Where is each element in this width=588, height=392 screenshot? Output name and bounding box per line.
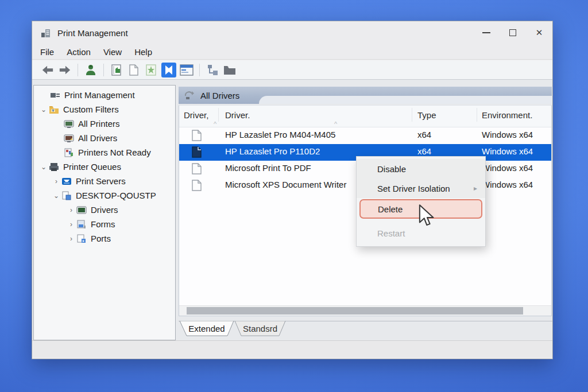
context-menu-item-disable[interactable]: Disable [357, 159, 485, 178]
chevron-down-icon[interactable]: ⌄ [38, 106, 49, 114]
help-document-icon[interactable] [144, 63, 158, 77]
menu-action[interactable]: Action [67, 47, 91, 57]
show-properties-document-icon[interactable] [110, 63, 123, 77]
show-console-tree-icon[interactable] [161, 63, 176, 77]
column-divider[interactable] [218, 108, 219, 122]
console-tree-panel: Print Management ⌄ Custom Filters All Pr… [33, 85, 176, 340]
chevron-right-icon[interactable]: › [66, 235, 76, 243]
chevron-down-icon[interactable]: ⌄ [38, 163, 49, 171]
pane-tab-curve [259, 96, 552, 104]
tree-item-print-servers[interactable]: › Print Servers [34, 174, 175, 188]
view-tabs: Extended Standsrd [179, 321, 552, 337]
driver-file-icon [192, 146, 202, 158]
context-menu: Disable Set Driver Isolation ▸ Delete Re… [356, 156, 486, 247]
console-root-icon [50, 91, 60, 100]
tree-item-custom-filters[interactable]: ⌄ Custom Filters [34, 102, 175, 117]
all-printers-icon [64, 119, 74, 129]
menu-file[interactable]: File [40, 47, 54, 57]
toolbar-separator [199, 64, 200, 76]
column-header-driver-name[interactable]: Driver. [225, 110, 250, 120]
desktop: Print Management ✕ File Action View Help [0, 0, 588, 392]
print-servers-icon [61, 177, 72, 186]
tree-item-all-drivers[interactable]: All Drivers [34, 131, 175, 145]
export-tree-icon[interactable] [206, 63, 219, 77]
horizontal-scrollbar[interactable] [179, 305, 551, 316]
maximize-button[interactable] [500, 21, 526, 44]
tab-extended-label[interactable]: Extended [188, 324, 225, 333]
tree-item-all-printers[interactable]: All Printers [34, 117, 175, 131]
list-header: Driver, Driver. Type Environment. ^ ^ [179, 106, 551, 127]
menu-bar: File Action View Help [32, 44, 552, 60]
export-list-user-icon[interactable] [84, 63, 98, 77]
tree-item-ports[interactable]: › Ports [34, 231, 175, 246]
sort-caret: ^ [334, 121, 337, 127]
tree-item-drivers[interactable]: › Drivers [34, 203, 175, 217]
customize-panes-icon[interactable] [180, 63, 194, 77]
status-bar [32, 340, 552, 358]
forward-arrow-icon[interactable] [58, 63, 72, 77]
column-divider[interactable] [477, 108, 477, 122]
custom-filters-folder-icon [49, 105, 59, 114]
toolbar-separator [78, 64, 78, 76]
column-header-environment[interactable]: Environment. [482, 110, 532, 120]
tab-standsrd-label[interactable]: Standsrd [243, 324, 277, 333]
minimize-button[interactable] [473, 21, 500, 44]
ports-node-icon [76, 234, 87, 243]
horizontal-scrollbar-thumb[interactable] [187, 307, 523, 315]
chevron-right-icon[interactable]: › [66, 220, 76, 228]
tree-item-printer-queues[interactable]: ⌄ Printer Queues [34, 160, 175, 174]
toolbar [32, 60, 552, 80]
app-printer-icon [40, 27, 52, 38]
menu-view[interactable]: View [103, 47, 122, 57]
submenu-arrow-icon: ▸ [474, 184, 477, 192]
computer-icon [61, 191, 72, 200]
printers-not-ready-icon [64, 148, 74, 157]
drivers-node-icon [76, 205, 87, 215]
close-button[interactable]: ✕ [526, 21, 552, 44]
results-header-bar: All Drivers [179, 87, 552, 104]
driver-file-icon [192, 180, 202, 191]
tree-item-forms[interactable]: › Forms [34, 217, 175, 231]
tree-item-print-management[interactable]: Print Management [34, 88, 175, 102]
new-document-icon[interactable] [127, 63, 141, 77]
results-header-title: All Drivers [200, 91, 239, 100]
menu-help[interactable]: Help [134, 47, 152, 57]
window-title: Print Management [57, 28, 128, 38]
driver-file-icon [192, 163, 202, 174]
printer-queues-icon [49, 162, 59, 172]
toolbar-separator [103, 64, 104, 76]
minimize-icon [482, 32, 490, 33]
mouse-cursor-icon [418, 204, 436, 228]
chevron-right-icon[interactable]: › [66, 206, 76, 214]
sort-caret: ^ [214, 121, 216, 127]
column-header-driver-icon[interactable]: Driver, [184, 110, 208, 120]
maximize-icon [509, 29, 516, 36]
column-header-type[interactable]: Type [417, 110, 436, 120]
back-arrow-icon[interactable] [41, 63, 55, 77]
driver-row[interactable]: HP Lazaslet Pro M404-M405 x64 Windows x6… [179, 127, 551, 144]
folder-icon[interactable] [223, 63, 237, 77]
context-menu-item-set-driver-isolation[interactable]: Set Driver Isolation ▸ [357, 178, 485, 198]
all-drivers-header-icon [184, 90, 195, 100]
all-drivers-icon [64, 134, 74, 143]
chevron-down-icon[interactable]: ⌄ [51, 192, 61, 200]
chevron-right-icon[interactable]: › [51, 177, 61, 185]
titlebar: Print Management ✕ [32, 21, 552, 44]
tree-item-printers-not-ready[interactable]: Printers Not Ready [34, 145, 175, 160]
column-divider[interactable] [412, 108, 412, 122]
close-icon: ✕ [536, 28, 543, 38]
driver-file-icon [192, 130, 202, 141]
tree-item-desktop-qoustp[interactable]: ⌄ DESKTOP-QOUSTP [34, 188, 175, 203]
forms-node-icon [76, 220, 87, 229]
